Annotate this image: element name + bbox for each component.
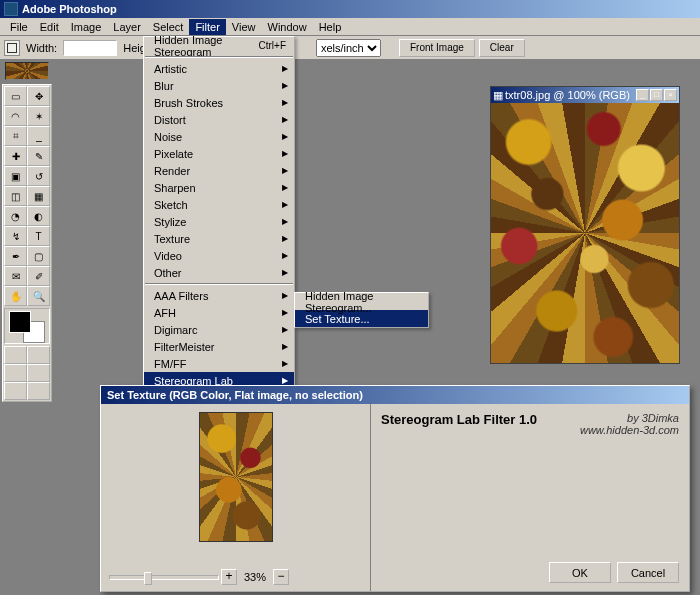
filter-last[interactable]: Hidden Image Stereogram Ctrl+F xyxy=(144,37,294,54)
filter-texture[interactable]: Texture▶ xyxy=(144,230,294,247)
filter-stylize[interactable]: Stylize▶ xyxy=(144,213,294,230)
zoom-out-button[interactable]: − xyxy=(273,569,289,585)
cancel-button[interactable]: Cancel xyxy=(617,562,679,583)
filter-sharpen[interactable]: Sharpen▶ xyxy=(144,179,294,196)
ok-button[interactable]: OK xyxy=(549,562,611,583)
tool-slice[interactable]: ⎯ xyxy=(27,126,50,146)
menu-layer[interactable]: Layer xyxy=(107,19,147,35)
tool-brush[interactable]: ✎ xyxy=(27,146,50,166)
menu-image[interactable]: Image xyxy=(65,19,108,35)
tool-wand[interactable]: ✶ xyxy=(27,106,50,126)
filter-pixelate[interactable]: Pixelate▶ xyxy=(144,145,294,162)
mode-buttons xyxy=(4,346,50,400)
width-label: Width: xyxy=(26,42,57,54)
screenmode-std[interactable] xyxy=(4,364,27,382)
tool-stamp[interactable]: ▣ xyxy=(4,166,27,186)
menu-file[interactable]: File xyxy=(4,19,34,35)
filter-fmff[interactable]: FM/FF▶ xyxy=(144,355,294,372)
filter-distort[interactable]: Distort▶ xyxy=(144,111,294,128)
filter-aaa[interactable]: AAA Filters▶ xyxy=(144,287,294,304)
image-canvas[interactable] xyxy=(491,103,679,363)
zoom-slider[interactable] xyxy=(109,575,219,580)
menu-help[interactable]: Help xyxy=(313,19,348,35)
chevron-right-icon: ▶ xyxy=(282,359,288,368)
menu-edit[interactable]: Edit xyxy=(34,19,65,35)
chevron-right-icon: ▶ xyxy=(282,200,288,209)
filter-last-shortcut: Ctrl+F xyxy=(259,40,287,51)
close-icon[interactable]: × xyxy=(664,89,677,101)
filter-dropdown: Hidden Image Stereogram Ctrl+F Artistic▶… xyxy=(143,36,295,407)
filter-filtermeister[interactable]: FilterMeister▶ xyxy=(144,338,294,355)
quickmask-off[interactable] xyxy=(4,346,27,364)
foreground-color-swatch[interactable] xyxy=(9,311,31,333)
chevron-right-icon: ▶ xyxy=(282,64,288,73)
filter-other[interactable]: Other▶ xyxy=(144,264,294,281)
tool-path[interactable]: ↯ xyxy=(4,226,27,246)
zoom-in-button[interactable]: + xyxy=(221,569,237,585)
tool-dodge[interactable]: ◐ xyxy=(27,206,50,226)
dialog-title[interactable]: Set Texture (RGB Color, Flat image, no s… xyxy=(101,386,689,404)
filter-render[interactable]: Render▶ xyxy=(144,162,294,179)
chevron-right-icon: ▶ xyxy=(282,149,288,158)
filter-video[interactable]: Video▶ xyxy=(144,247,294,264)
crop-tool-icon[interactable] xyxy=(4,40,20,56)
submenu-hidden-image[interactable]: Hidden Image Stereogram... xyxy=(295,293,428,310)
filter-artistic[interactable]: Artistic▶ xyxy=(144,60,294,77)
clear-button[interactable]: Clear xyxy=(479,39,525,57)
chevron-right-icon: ▶ xyxy=(282,325,288,334)
filter-digimarc[interactable]: Digimarc▶ xyxy=(144,321,294,338)
chevron-right-icon: ▶ xyxy=(282,251,288,260)
menu-window[interactable]: Window xyxy=(262,19,313,35)
chevron-right-icon: ▶ xyxy=(282,81,288,90)
preview-image[interactable] xyxy=(199,412,273,542)
tool-type[interactable]: T xyxy=(27,226,50,246)
tool-marquee[interactable]: ▭ xyxy=(4,86,27,106)
tool-hand[interactable]: ✋ xyxy=(4,286,27,306)
dialog-info-pane: Stereogram Lab Filter 1.0 by 3Dimka www.… xyxy=(371,404,689,591)
tool-move[interactable]: ✥ xyxy=(27,86,50,106)
image-window: ▦ txtr08.jpg @ 100% (RGB) _ □ × xyxy=(490,86,680,364)
extra-mode[interactable] xyxy=(27,382,50,400)
chevron-right-icon: ▶ xyxy=(282,183,288,192)
app-icon xyxy=(4,2,18,16)
image-window-titlebar[interactable]: ▦ txtr08.jpg @ 100% (RGB) _ □ × xyxy=(491,87,679,103)
tool-lasso[interactable]: ◠ xyxy=(4,106,27,126)
width-input[interactable] xyxy=(63,40,117,56)
screenmode-full[interactable] xyxy=(27,364,50,382)
tool-heal[interactable]: ✚ xyxy=(4,146,27,166)
minimize-icon[interactable]: _ xyxy=(636,89,649,101)
slider-knob[interactable] xyxy=(144,572,152,585)
image-window-title: txtr08.jpg @ 100% (RGB) xyxy=(505,89,636,101)
tool-history[interactable]: ↺ xyxy=(27,166,50,186)
tool-pen[interactable]: ✒ xyxy=(4,246,27,266)
chevron-right-icon: ▶ xyxy=(282,217,288,226)
tool-notes[interactable]: ✉ xyxy=(4,266,27,286)
maximize-icon[interactable]: □ xyxy=(650,89,663,101)
options-bar: Width: Heigh xels/inch Front Image Clear xyxy=(0,36,700,60)
front-image-button[interactable]: Front Image xyxy=(399,39,475,57)
tool-eraser[interactable]: ◫ xyxy=(4,186,27,206)
filter-afh[interactable]: AFH▶ xyxy=(144,304,294,321)
filter-sketch[interactable]: Sketch▶ xyxy=(144,196,294,213)
chevron-right-icon: ▶ xyxy=(282,376,288,385)
tool-crop[interactable]: ⌗ xyxy=(4,126,27,146)
filter-blur[interactable]: Blur▶ xyxy=(144,77,294,94)
menu-select[interactable]: Select xyxy=(147,19,190,35)
menu-view[interactable]: View xyxy=(226,19,262,35)
navigator-thumbnail[interactable] xyxy=(5,62,49,80)
zoom-controls: + 33% − xyxy=(109,569,289,585)
filter-noise[interactable]: Noise▶ xyxy=(144,128,294,145)
chevron-right-icon: ▶ xyxy=(282,234,288,243)
tool-gradient[interactable]: ▦ xyxy=(27,186,50,206)
tool-zoom[interactable]: 🔍 xyxy=(27,286,50,306)
tool-shape[interactable]: ▢ xyxy=(27,246,50,266)
credit-url: www.hidden-3d.com xyxy=(580,424,679,436)
quickmask-on[interactable] xyxy=(27,346,50,364)
menu-filter[interactable]: Filter xyxy=(189,19,225,35)
resolution-units-select[interactable]: xels/inch xyxy=(316,39,381,57)
tool-blur[interactable]: ◔ xyxy=(4,206,27,226)
filter-brushstrokes[interactable]: Brush Strokes▶ xyxy=(144,94,294,111)
tool-eyedrop[interactable]: ✐ xyxy=(27,266,50,286)
filter-credit: by 3Dimka www.hidden-3d.com xyxy=(580,412,679,436)
jump-to[interactable] xyxy=(4,382,27,400)
